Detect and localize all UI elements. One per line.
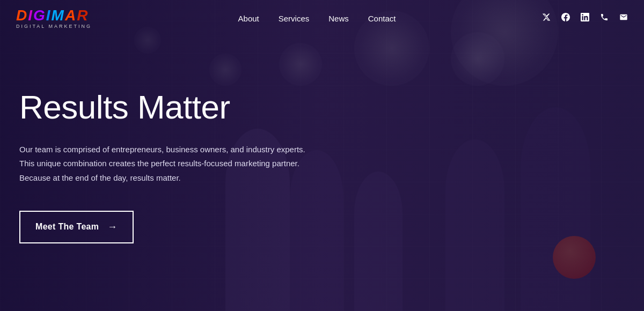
hero-description: Our team is comprised of entrepreneurs, … xyxy=(19,143,309,185)
cta-label: Meet The Team xyxy=(35,222,99,232)
nav-links: About Services News Contact xyxy=(238,14,396,23)
cta-arrow-icon: → xyxy=(107,221,117,233)
logo[interactable]: DIGIMAR DIGITAL MARKETING xyxy=(16,8,92,29)
hero-title: Results Matter xyxy=(19,89,625,125)
nav-about[interactable]: About xyxy=(238,14,259,23)
nav-social-icons xyxy=(542,13,628,24)
navbar: DIGIMAR DIGITAL MARKETING About Services… xyxy=(0,0,644,36)
twitter-icon[interactable] xyxy=(542,13,551,24)
cta-button[interactable]: Meet The Team → xyxy=(19,211,134,243)
linkedin-icon[interactable] xyxy=(581,13,589,24)
facebook-icon[interactable] xyxy=(561,13,570,24)
hero-content: Results Matter Our team is comprised of … xyxy=(0,0,644,311)
email-icon[interactable] xyxy=(619,13,628,24)
phone-icon[interactable] xyxy=(600,13,609,24)
nav-services[interactable]: Services xyxy=(279,14,310,23)
logo-sub: DIGITAL MARKETING xyxy=(16,24,92,29)
nav-news[interactable]: News xyxy=(328,14,349,23)
logo-brand: DIGIMAR xyxy=(16,8,89,23)
nav-contact[interactable]: Contact xyxy=(368,14,396,23)
hero-section: DIGIMAR DIGITAL MARKETING About Services… xyxy=(0,0,644,311)
